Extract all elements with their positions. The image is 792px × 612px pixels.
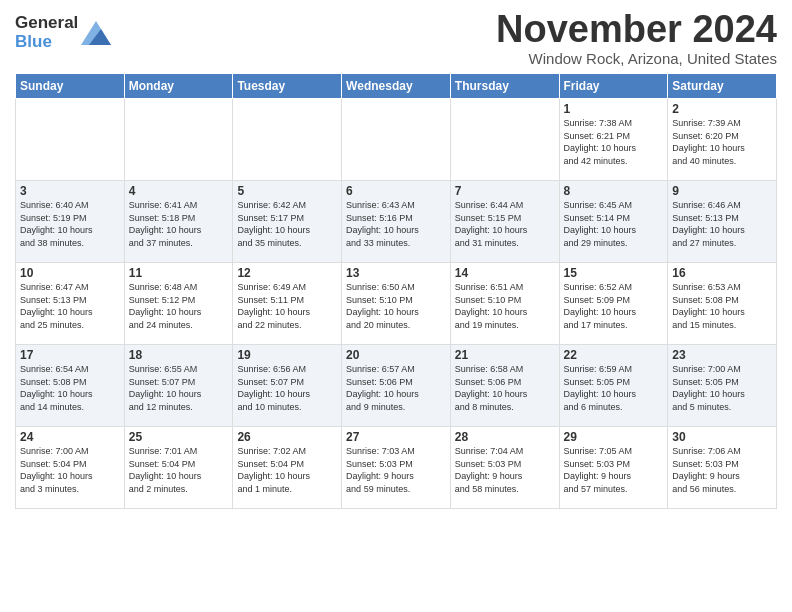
week-row-3: 10Sunrise: 6:47 AM Sunset: 5:13 PM Dayli… [16, 263, 777, 345]
table-row: 15Sunrise: 6:52 AM Sunset: 5:09 PM Dayli… [559, 263, 668, 345]
table-row: 23Sunrise: 7:00 AM Sunset: 5:05 PM Dayli… [668, 345, 777, 427]
day-number: 29 [564, 430, 664, 444]
day-number: 3 [20, 184, 120, 198]
table-row: 8Sunrise: 6:45 AM Sunset: 5:14 PM Daylig… [559, 181, 668, 263]
day-info: Sunrise: 6:56 AM Sunset: 5:07 PM Dayligh… [237, 363, 337, 413]
week-row-4: 17Sunrise: 6:54 AM Sunset: 5:08 PM Dayli… [16, 345, 777, 427]
day-number: 1 [564, 102, 664, 116]
day-info: Sunrise: 6:50 AM Sunset: 5:10 PM Dayligh… [346, 281, 446, 331]
day-info: Sunrise: 6:49 AM Sunset: 5:11 PM Dayligh… [237, 281, 337, 331]
table-row: 24Sunrise: 7:00 AM Sunset: 5:04 PM Dayli… [16, 427, 125, 509]
day-info: Sunrise: 7:03 AM Sunset: 5:03 PM Dayligh… [346, 445, 446, 495]
logo-line1: General [15, 14, 78, 33]
day-info: Sunrise: 6:40 AM Sunset: 5:19 PM Dayligh… [20, 199, 120, 249]
day-info: Sunrise: 7:04 AM Sunset: 5:03 PM Dayligh… [455, 445, 555, 495]
location-subtitle: Window Rock, Arizona, United States [496, 50, 777, 67]
day-info: Sunrise: 7:38 AM Sunset: 6:21 PM Dayligh… [564, 117, 664, 167]
table-row: 20Sunrise: 6:57 AM Sunset: 5:06 PM Dayli… [342, 345, 451, 427]
day-info: Sunrise: 6:43 AM Sunset: 5:16 PM Dayligh… [346, 199, 446, 249]
table-row: 29Sunrise: 7:05 AM Sunset: 5:03 PM Dayli… [559, 427, 668, 509]
month-title: November 2024 [496, 10, 777, 48]
day-info: Sunrise: 6:47 AM Sunset: 5:13 PM Dayligh… [20, 281, 120, 331]
day-number: 26 [237, 430, 337, 444]
table-row: 25Sunrise: 7:01 AM Sunset: 5:04 PM Dayli… [124, 427, 233, 509]
table-row: 4Sunrise: 6:41 AM Sunset: 5:18 PM Daylig… [124, 181, 233, 263]
title-area: November 2024 Window Rock, Arizona, Unit… [496, 10, 777, 67]
day-info: Sunrise: 6:58 AM Sunset: 5:06 PM Dayligh… [455, 363, 555, 413]
day-number: 20 [346, 348, 446, 362]
day-info: Sunrise: 7:39 AM Sunset: 6:20 PM Dayligh… [672, 117, 772, 167]
table-row: 27Sunrise: 7:03 AM Sunset: 5:03 PM Dayli… [342, 427, 451, 509]
day-info: Sunrise: 6:57 AM Sunset: 5:06 PM Dayligh… [346, 363, 446, 413]
col-monday: Monday [124, 74, 233, 99]
table-row [450, 99, 559, 181]
table-row: 17Sunrise: 6:54 AM Sunset: 5:08 PM Dayli… [16, 345, 125, 427]
table-row: 18Sunrise: 6:55 AM Sunset: 5:07 PM Dayli… [124, 345, 233, 427]
day-number: 25 [129, 430, 229, 444]
day-info: Sunrise: 6:41 AM Sunset: 5:18 PM Dayligh… [129, 199, 229, 249]
day-info: Sunrise: 7:00 AM Sunset: 5:05 PM Dayligh… [672, 363, 772, 413]
day-number: 13 [346, 266, 446, 280]
day-info: Sunrise: 7:01 AM Sunset: 5:04 PM Dayligh… [129, 445, 229, 495]
table-row: 5Sunrise: 6:42 AM Sunset: 5:17 PM Daylig… [233, 181, 342, 263]
day-info: Sunrise: 6:42 AM Sunset: 5:17 PM Dayligh… [237, 199, 337, 249]
day-number: 8 [564, 184, 664, 198]
table-row: 7Sunrise: 6:44 AM Sunset: 5:15 PM Daylig… [450, 181, 559, 263]
day-number: 11 [129, 266, 229, 280]
day-number: 9 [672, 184, 772, 198]
day-info: Sunrise: 7:05 AM Sunset: 5:03 PM Dayligh… [564, 445, 664, 495]
table-row: 1Sunrise: 7:38 AM Sunset: 6:21 PM Daylig… [559, 99, 668, 181]
day-info: Sunrise: 6:51 AM Sunset: 5:10 PM Dayligh… [455, 281, 555, 331]
day-info: Sunrise: 6:45 AM Sunset: 5:14 PM Dayligh… [564, 199, 664, 249]
col-thursday: Thursday [450, 74, 559, 99]
day-number: 10 [20, 266, 120, 280]
table-row [16, 99, 125, 181]
day-number: 30 [672, 430, 772, 444]
day-info: Sunrise: 6:59 AM Sunset: 5:05 PM Dayligh… [564, 363, 664, 413]
week-row-1: 1Sunrise: 7:38 AM Sunset: 6:21 PM Daylig… [16, 99, 777, 181]
day-number: 23 [672, 348, 772, 362]
day-info: Sunrise: 6:44 AM Sunset: 5:15 PM Dayligh… [455, 199, 555, 249]
weekday-header-row: Sunday Monday Tuesday Wednesday Thursday… [16, 74, 777, 99]
logo: General Blue [15, 14, 111, 51]
day-number: 2 [672, 102, 772, 116]
table-row: 26Sunrise: 7:02 AM Sunset: 5:04 PM Dayli… [233, 427, 342, 509]
col-wednesday: Wednesday [342, 74, 451, 99]
day-info: Sunrise: 6:54 AM Sunset: 5:08 PM Dayligh… [20, 363, 120, 413]
day-info: Sunrise: 6:48 AM Sunset: 5:12 PM Dayligh… [129, 281, 229, 331]
col-saturday: Saturday [668, 74, 777, 99]
table-row: 12Sunrise: 6:49 AM Sunset: 5:11 PM Dayli… [233, 263, 342, 345]
logo-icon [81, 21, 111, 45]
day-info: Sunrise: 6:53 AM Sunset: 5:08 PM Dayligh… [672, 281, 772, 331]
table-row: 22Sunrise: 6:59 AM Sunset: 5:05 PM Dayli… [559, 345, 668, 427]
day-number: 21 [455, 348, 555, 362]
table-row: 14Sunrise: 6:51 AM Sunset: 5:10 PM Dayli… [450, 263, 559, 345]
table-row [342, 99, 451, 181]
calendar-table: Sunday Monday Tuesday Wednesday Thursday… [15, 73, 777, 509]
col-sunday: Sunday [16, 74, 125, 99]
day-number: 14 [455, 266, 555, 280]
week-row-2: 3Sunrise: 6:40 AM Sunset: 5:19 PM Daylig… [16, 181, 777, 263]
table-row: 21Sunrise: 6:58 AM Sunset: 5:06 PM Dayli… [450, 345, 559, 427]
day-number: 17 [20, 348, 120, 362]
table-row: 30Sunrise: 7:06 AM Sunset: 5:03 PM Dayli… [668, 427, 777, 509]
table-row: 2Sunrise: 7:39 AM Sunset: 6:20 PM Daylig… [668, 99, 777, 181]
logo-line2: Blue [15, 33, 78, 52]
week-row-5: 24Sunrise: 7:00 AM Sunset: 5:04 PM Dayli… [16, 427, 777, 509]
day-number: 7 [455, 184, 555, 198]
table-row: 6Sunrise: 6:43 AM Sunset: 5:16 PM Daylig… [342, 181, 451, 263]
logo-text: General Blue [15, 14, 111, 51]
day-info: Sunrise: 7:00 AM Sunset: 5:04 PM Dayligh… [20, 445, 120, 495]
day-number: 28 [455, 430, 555, 444]
table-row: 9Sunrise: 6:46 AM Sunset: 5:13 PM Daylig… [668, 181, 777, 263]
table-row: 16Sunrise: 6:53 AM Sunset: 5:08 PM Dayli… [668, 263, 777, 345]
day-number: 15 [564, 266, 664, 280]
col-friday: Friday [559, 74, 668, 99]
day-number: 4 [129, 184, 229, 198]
day-number: 18 [129, 348, 229, 362]
table-row: 13Sunrise: 6:50 AM Sunset: 5:10 PM Dayli… [342, 263, 451, 345]
day-number: 12 [237, 266, 337, 280]
day-number: 5 [237, 184, 337, 198]
table-row [124, 99, 233, 181]
col-tuesday: Tuesday [233, 74, 342, 99]
